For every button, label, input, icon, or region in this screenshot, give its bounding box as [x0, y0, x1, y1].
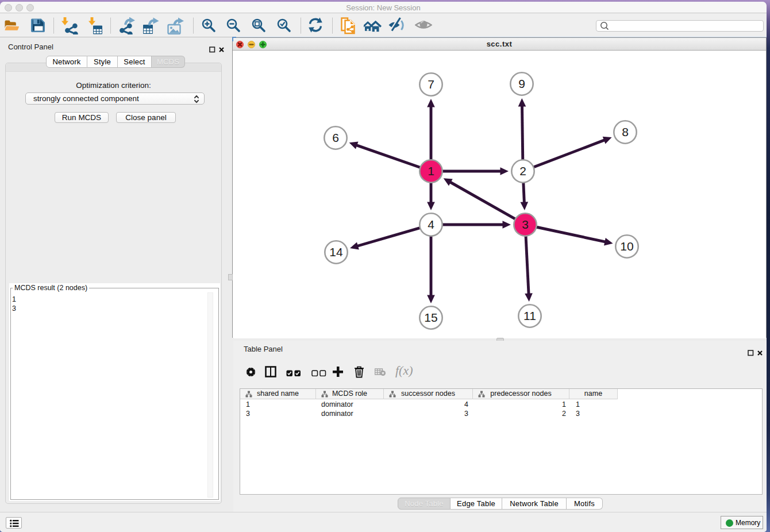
svg-text:15: 15: [424, 311, 437, 324]
svg-text:3: 3: [522, 218, 529, 231]
svg-text:7: 7: [428, 78, 434, 91]
svg-text:1: 1: [428, 164, 434, 178]
svg-text:2: 2: [519, 164, 526, 178]
svg-text:10: 10: [620, 240, 633, 253]
svg-text:14: 14: [329, 245, 343, 259]
svg-text:6: 6: [332, 131, 339, 144]
svg-text:8: 8: [622, 125, 629, 138]
svg-text:11: 11: [523, 309, 536, 322]
svg-text:9: 9: [518, 77, 525, 90]
svg-text:4: 4: [428, 218, 434, 231]
